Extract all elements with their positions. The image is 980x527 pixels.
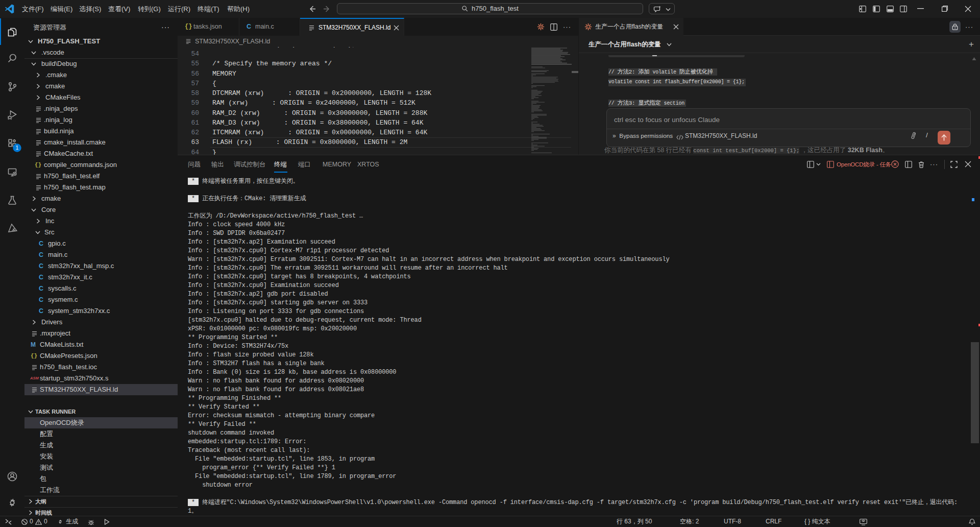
svg-text:1: 1 — [16, 145, 19, 151]
